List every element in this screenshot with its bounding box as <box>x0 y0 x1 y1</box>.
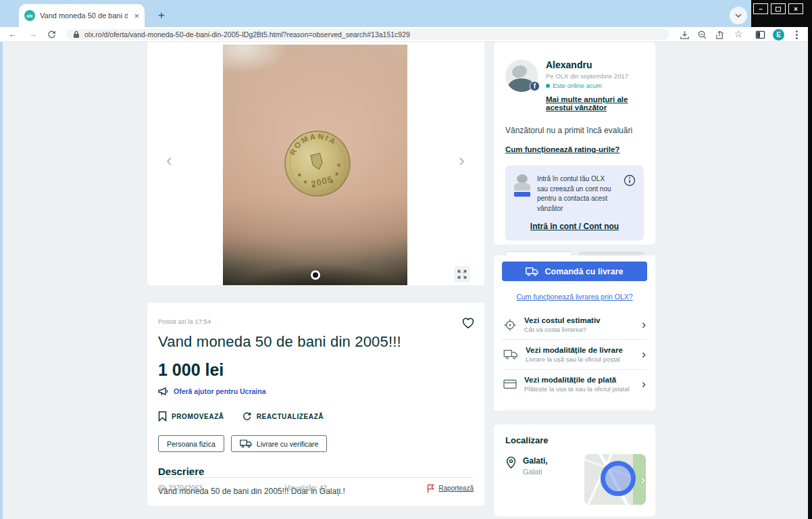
ratings-info-link[interactable]: Cum funcționează rating-urile? <box>505 145 619 153</box>
tag-private-label: Persoana fizica <box>167 440 215 448</box>
address-bar[interactable]: olx.ro/d/oferta/vand-moneda-50-de-bani-d… <box>66 29 669 40</box>
delivery-cost-row[interactable]: Vezi costul estimativ Cât va costa livra… <box>502 310 647 339</box>
listing-title: Vand moneda 50 de bani din 2005!!! <box>158 333 474 351</box>
chevron-right-icon: › <box>642 347 646 362</box>
delivery-info-link[interactable]: Cum funcționează livrarea prin OLX? <box>502 293 647 301</box>
side-panel-icon[interactable] <box>755 30 765 40</box>
delivery-cost-subtitle: Cât va costa livrarea? <box>524 326 601 333</box>
gallery-next-button[interactable]: › <box>459 150 465 171</box>
desktop-edge <box>808 0 812 519</box>
favorite-button[interactable] <box>461 316 475 329</box>
profile-avatar[interactable]: E <box>773 29 784 41</box>
divider <box>158 477 474 478</box>
download-icon[interactable] <box>680 30 690 40</box>
lock-icon <box>73 30 80 39</box>
promote-button[interactable]: PROMOVEAZĂ <box>158 411 224 422</box>
delivery-methods-title: Vezi modalitățile de livrare <box>526 346 623 354</box>
gallery-dot-indicator[interactable] <box>311 270 320 280</box>
online-status-text: Este online acum <box>553 82 602 89</box>
truck-icon <box>503 349 518 360</box>
bookmark-icon <box>158 411 167 422</box>
window-minimize-button[interactable]: – <box>753 3 768 14</box>
report-link[interactable]: Raportează <box>427 484 474 493</box>
delivery-card: Comandă cu livrare Cum funcționează livr… <box>494 255 655 411</box>
fullscreen-icon <box>457 269 467 280</box>
login-register-link[interactable]: Intră în cont / Cont nou <box>513 222 636 231</box>
delivery-methods-subtitle: Livrare la ușă sau la oficiul poștal <box>526 355 623 363</box>
url-text: olx.ro/d/oferta/vand-moneda-50-de-bani-d… <box>84 30 410 39</box>
olx-favicon-icon: olx <box>24 10 35 21</box>
cost-estimate-icon <box>503 318 517 332</box>
screen: olx Vand moneda 50 de bani din 200 × + –… <box>0 0 812 519</box>
window-edge <box>0 42 3 519</box>
refresh-ad-button[interactable]: REACTUALIZEAZĂ <box>242 412 324 422</box>
tag-delivery-label: Livrare cu verificare <box>257 440 319 448</box>
heart-icon <box>461 316 475 329</box>
location-city: Galati, <box>523 456 548 466</box>
window-close-button[interactable]: × <box>788 3 803 14</box>
new-tab-button[interactable]: + <box>153 7 170 24</box>
delivery-methods-row[interactable]: Vezi modalitățile de livrare Livrare la … <box>502 339 647 369</box>
payment-methods-title: Vezi modalitățile de plată <box>524 376 630 384</box>
browser-tab[interactable]: olx Vand moneda 50 de bani din 200 × <box>19 4 145 27</box>
promote-label: PROMOVEAZĂ <box>172 413 224 420</box>
listing-photo[interactable]: ROMANIA 2005 <box>223 45 407 285</box>
zoom-icon[interactable] <box>697 30 707 40</box>
order-with-delivery-label: Comandă cu livrare <box>544 267 623 276</box>
facebook-badge-icon: f <box>530 81 540 91</box>
location-county: Galati <box>523 468 548 476</box>
map-chevron-icon: › <box>640 472 645 487</box>
location-pin-icon <box>505 456 517 469</box>
payment-card-icon <box>503 379 517 389</box>
login-prompt-box: Intră în contul tău OLX sau creează un c… <box>505 166 644 241</box>
map-area-circle <box>601 461 636 496</box>
listing-price: 1 000 lei <box>158 360 474 380</box>
refresh-icon <box>242 412 252 422</box>
order-with-delivery-button[interactable]: Comandă cu livrare <box>502 262 647 281</box>
truck-icon <box>526 267 538 276</box>
share-icon[interactable] <box>715 30 726 40</box>
listing-details-card: Postat azi la 17:54 Vand moneda 50 de ba… <box>147 303 484 505</box>
chevron-down-icon <box>735 14 742 18</box>
bookmark-star-icon[interactable]: ☆ <box>734 30 743 38</box>
seller-name: Alexandru <box>546 59 644 70</box>
fullscreen-button[interactable] <box>454 266 470 282</box>
tag-verified-delivery[interactable]: Livrare cu verificare <box>231 435 328 452</box>
seller-more-ads-link[interactable]: Mai multe anunțuri ale acestui vânzător <box>546 95 644 112</box>
browser-menu-icon[interactable] <box>796 30 798 32</box>
no-ratings-text: Vânzătorul nu a primit încă evaluări <box>505 126 644 135</box>
ad-views: Vizualizări: 42 <box>285 485 327 492</box>
forward-button[interactable]: → <box>28 30 37 39</box>
tab-search-button[interactable] <box>730 7 747 24</box>
seller-card: f Alexandru Pe OLX din septembrie 2017 E… <box>494 42 655 245</box>
chevron-right-icon: › <box>642 318 646 332</box>
ukraine-help-label: Oferă ajutor pentru Ucraina <box>174 387 266 395</box>
payment-methods-subtitle: Plătește la ușa ta sau la oficiul poștal <box>524 385 630 393</box>
divider <box>502 410 647 410</box>
account-icon <box>513 174 531 198</box>
back-button[interactable]: ← <box>8 30 17 39</box>
megaphone-icon <box>158 387 170 396</box>
seller-avatar[interactable]: f <box>505 59 538 92</box>
delivery-cost-title: Vezi costul estimativ <box>524 316 601 324</box>
login-prompt-text: Intră în contul tău OLX sau creează un c… <box>537 174 616 214</box>
payment-methods-row[interactable]: Vezi modalitățile de plată Plătește la u… <box>502 369 647 399</box>
map-thumbnail[interactable]: › <box>584 454 646 505</box>
location-heading: Localizare <box>505 435 644 445</box>
posted-date: Postat azi la 17:54 <box>158 318 474 325</box>
ukraine-help-link[interactable]: Oferă ajutor pentru Ucraina <box>158 387 474 396</box>
location-card: Localizare Galati, Galati › <box>494 424 655 516</box>
truck-icon <box>240 439 252 448</box>
gallery-prev-button[interactable]: ‹ <box>166 150 172 171</box>
description-heading: Descriere <box>158 466 474 477</box>
refresh-ad-label: REACTUALIZEAZĂ <box>257 413 324 420</box>
info-icon[interactable] <box>624 174 636 187</box>
online-status-dot <box>546 84 550 88</box>
window-maximize-button[interactable] <box>771 3 786 14</box>
tag-private-person[interactable]: Persoana fizica <box>158 435 224 452</box>
chevron-right-icon: › <box>642 377 646 391</box>
report-label: Raportează <box>438 485 474 492</box>
tab-close-icon[interactable]: × <box>134 11 139 21</box>
coin-image: ROMANIA 2005 <box>276 122 358 204</box>
reload-button[interactable] <box>47 30 57 40</box>
